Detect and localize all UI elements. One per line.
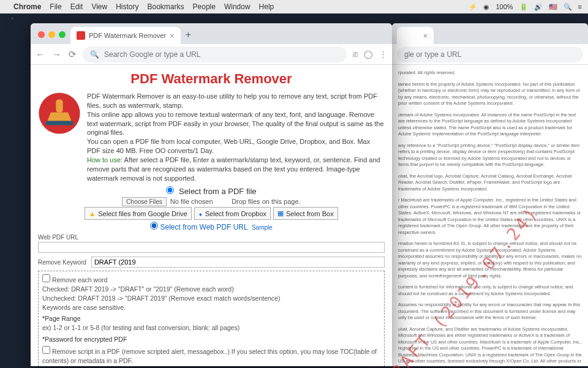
select-pdf-label: Select from a PDF file [179, 187, 256, 196]
remove-each-word-checkbox[interactable] [42, 274, 50, 282]
battery-icon: 🔋 [519, 3, 528, 11]
cast-icon[interactable]: ⎚ [353, 50, 358, 59]
stamp-icon [38, 92, 81, 135]
menu-view[interactable]: View [91, 2, 107, 11]
spotlight-icon[interactable]: 🔍 [564, 3, 572, 11]
svg-rect-2 [46, 121, 74, 126]
maximize-window-button[interactable] [59, 31, 66, 38]
menu-chrome[interactable]: Chrome [13, 2, 41, 11]
url-placeholder: Search Google or type a URL [104, 50, 200, 59]
pdf-document-text: rporated. All rights reserved. tained he… [392, 65, 588, 366]
main-chrome-window: PDF Watermark Remover × + ← → ⟳ 🔍 Search… [31, 23, 392, 366]
profile-icon[interactable]: ◯ [364, 50, 373, 59]
intro-text: PDF Watermark Remover is an easy-to-use … [87, 92, 385, 182]
web-url-radio[interactable] [150, 222, 158, 230]
browser-tab[interactable]: × [397, 27, 434, 44]
remove-script-checkbox[interactable] [42, 346, 50, 354]
reload-button[interactable]: ⟳ [69, 49, 77, 60]
volume-icon: 🔊 [534, 3, 543, 11]
svg-rect-1 [56, 100, 62, 113]
web-pdf-url-input[interactable] [38, 242, 385, 253]
choose-files-button[interactable]: Choose Files [122, 197, 166, 206]
address-bar[interactable]: 🔍 Search Google or type a URL [83, 47, 347, 62]
macos-menubar: Chrome File Edit View History Bookmarks … [0, 0, 588, 13]
menu-people[interactable]: People [193, 2, 216, 11]
address-bar[interactable]: gle or type a URL [397, 47, 583, 62]
chrome-menu-icon[interactable]: ⋮ [379, 50, 387, 59]
close-tab-icon[interactable]: × [423, 31, 428, 40]
new-tab-button[interactable]: + [181, 26, 196, 44]
dropbox-icon: ⬧ [198, 210, 203, 217]
google-drive-button[interactable]: ▲Select files from Google Drive [85, 207, 191, 220]
select-pdf-radio[interactable] [166, 186, 174, 194]
menu-edit[interactable]: Edit [70, 2, 83, 11]
menu-file[interactable]: File [50, 2, 61, 11]
close-tab-icon[interactable]: × [170, 31, 175, 40]
back-button[interactable]: ← [36, 49, 45, 60]
no-file-chosen: No file chosen [170, 198, 213, 205]
flag-icon: 🇺🇸 [549, 3, 557, 11]
wifi-icon: ◉ [483, 3, 489, 11]
minimize-window-button[interactable] [48, 31, 55, 38]
forward-button[interactable]: → [52, 49, 61, 60]
tab-title: PDF Watermark Remover [89, 32, 166, 39]
menu-bookmarks[interactable]: Bookmarks [148, 2, 184, 11]
search-icon: 🔍 [90, 50, 99, 59]
close-window-button[interactable] [38, 31, 45, 38]
web-url-label: Select from Web PDF URL [160, 223, 248, 231]
web-pdf-url-label: Web PDF URL [38, 234, 385, 241]
favicon-icon [77, 31, 85, 40]
menu-history[interactable]: History [116, 2, 138, 11]
page-content: PDF Watermark Remover PDF Watermark Remo… [31, 65, 392, 366]
bolt-icon: ⚡ [469, 3, 477, 11]
gdrive-icon: ▲ [89, 210, 96, 217]
battery-percent: 100% [496, 3, 513, 10]
menu-help[interactable]: Help [259, 2, 274, 11]
menu-icon[interactable]: ≡ [578, 3, 582, 10]
page-title: PDF Watermark Remover [38, 71, 385, 87]
remove-keyword-label: Remove Keyword [38, 259, 86, 266]
window-controls [36, 31, 70, 44]
box-icon: ▦ [277, 209, 284, 217]
sample-link[interactable]: Sample [252, 224, 273, 231]
remove-keyword-input[interactable] [91, 257, 385, 268]
menu-window[interactable]: Window [224, 2, 251, 11]
browser-tab[interactable]: PDF Watermark Remover × [70, 27, 181, 44]
background-chrome-window: × gle or type a URL rporated. All rights… [392, 23, 588, 366]
options-box: Remove each word Checked: DRAFT 2019 -> … [38, 271, 385, 366]
dropbox-button[interactable]: ⬧Select from Dropbox [194, 207, 271, 220]
box-button[interactable]: ▦Select from Box [273, 207, 338, 220]
drop-files-hint: Drop files on this page. [232, 198, 301, 205]
